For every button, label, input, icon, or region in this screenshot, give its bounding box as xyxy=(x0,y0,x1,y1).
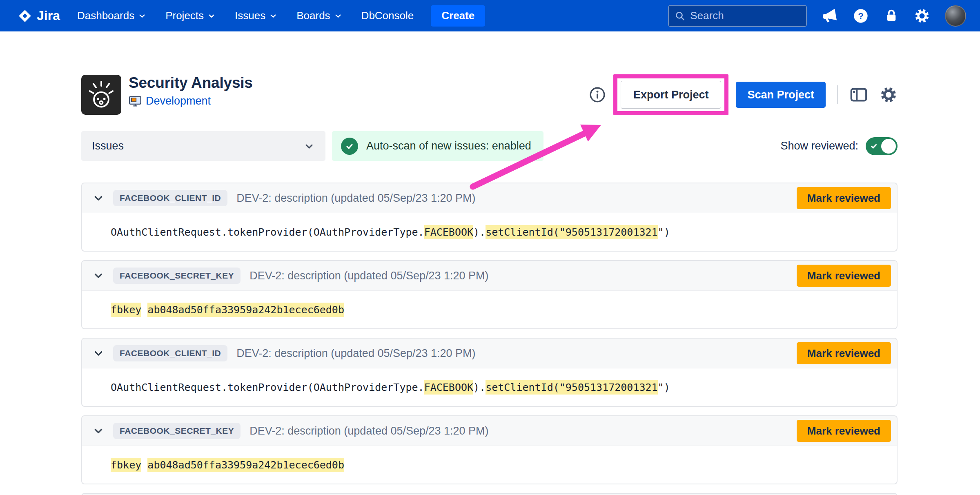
issue-code-snippet: fbkey ab048ad50ffa33959a242b1ecec6ed0b xyxy=(111,459,344,471)
chevron-down-icon xyxy=(334,11,343,20)
chevron-down-icon xyxy=(269,11,278,20)
issue-card-body: OAuthClientRequest.tokenProvider(OAuthPr… xyxy=(82,368,897,406)
issue-card-body: fbkey ab048ad50ffa33959a242b1ecec6ed0b xyxy=(82,446,897,484)
main-nav: Dashboards Projects Issues Boards DbCons… xyxy=(77,9,414,22)
issue-type-badge: FACEBOOK_SECRET_KEY xyxy=(113,268,241,284)
filter-value: Issues xyxy=(92,140,124,152)
jira-logo[interactable]: Jira xyxy=(18,8,60,23)
issue-type-badge: FACEBOOK_CLIENT_ID xyxy=(113,190,227,206)
toggle-check-icon xyxy=(869,142,878,151)
header-divider xyxy=(837,85,838,104)
issue-card-partial xyxy=(81,493,898,495)
nav-item-projects-label: Projects xyxy=(165,9,204,22)
chevron-down-icon xyxy=(303,140,315,152)
autoscan-banner-text: Auto-scan of new issues: enabled xyxy=(366,140,531,152)
page-title: Security Analysis xyxy=(129,74,253,91)
issues-list: FACEBOOK_CLIENT_ID DEV-2: description (u… xyxy=(81,183,898,493)
autoscan-banner: Auto-scan of new issues: enabled xyxy=(332,131,543,161)
nav-item-issues[interactable]: Issues xyxy=(235,9,278,22)
issue-title: DEV-2: description (updated 05/Sep/23 1:… xyxy=(236,192,788,205)
mark-reviewed-button[interactable]: Mark reviewed xyxy=(797,342,891,364)
details-panel-button[interactable] xyxy=(849,85,868,104)
nav-item-boards-label: Boards xyxy=(296,9,330,22)
issue-title: DEV-2: description (updated 05/Sep/23 1:… xyxy=(249,425,788,437)
gear-icon xyxy=(880,86,898,104)
announcements-button[interactable] xyxy=(822,8,838,24)
mark-reviewed-button[interactable]: Mark reviewed xyxy=(797,187,891,209)
issue-code-snippet: OAuthClientRequest.tokenProvider(OAuthPr… xyxy=(111,381,670,393)
issue-card: FACEBOOK_SECRET_KEY DEV-2: description (… xyxy=(81,260,898,329)
project-settings-button[interactable] xyxy=(880,86,898,104)
issue-card: FACEBOOK_SECRET_KEY DEV-2: description (… xyxy=(81,415,898,484)
details-panel-icon xyxy=(849,85,868,104)
jira-logo-text: Jira xyxy=(37,8,60,23)
show-reviewed-label: Show reviewed: xyxy=(780,140,858,152)
search-box[interactable] xyxy=(668,5,807,27)
scan-project-button[interactable]: Scan Project xyxy=(736,82,826,108)
issue-card: FACEBOOK_CLIENT_ID DEV-2: description (u… xyxy=(81,338,898,407)
collapse-chevron-icon[interactable] xyxy=(93,192,104,204)
permissions-button[interactable] xyxy=(884,8,899,24)
project-header: Security Analysis Development Export Pro… xyxy=(81,74,898,115)
issue-card-header: FACEBOOK_SECRET_KEY DEV-2: description (… xyxy=(82,261,897,291)
page: Jira Dashboards Projects Issues Boards xyxy=(0,0,980,495)
issue-type-badge: FACEBOOK_SECRET_KEY xyxy=(113,423,241,439)
toggle-knob xyxy=(881,139,896,154)
show-reviewed-toggle[interactable] xyxy=(866,137,898,155)
nav-item-boards[interactable]: Boards xyxy=(296,9,342,22)
nav-item-dbconsole[interactable]: DbConsole xyxy=(361,9,414,22)
collapse-chevron-icon[interactable] xyxy=(93,270,104,281)
issue-code-snippet: OAuthClientRequest.tokenProvider(OAuthPr… xyxy=(111,226,670,238)
project-avatar xyxy=(81,75,121,115)
issue-card-body: fbkey ab048ad50ffa33959a242b1ecec6ed0b xyxy=(82,291,897,328)
project-avatar-icon xyxy=(85,78,118,111)
mark-reviewed-button[interactable]: Mark reviewed xyxy=(797,420,891,442)
gear-icon xyxy=(914,8,930,24)
export-project-button[interactable]: Export Project xyxy=(621,81,722,109)
nav-item-dashboards-label: Dashboards xyxy=(77,9,134,22)
jira-logo-icon xyxy=(18,9,32,23)
svg-text:?: ? xyxy=(858,11,864,21)
issue-card-header: FACEBOOK_SECRET_KEY DEV-2: description (… xyxy=(82,416,897,446)
mark-reviewed-button[interactable]: Mark reviewed xyxy=(797,265,891,287)
controls-row: Issues Auto-scan of new issues: enabled … xyxy=(81,131,898,161)
issue-card: FACEBOOK_CLIENT_ID DEV-2: description (u… xyxy=(81,183,898,252)
nav-item-dbconsole-label: DbConsole xyxy=(361,9,414,22)
issue-card-header: FACEBOOK_CLIENT_ID DEV-2: description (u… xyxy=(82,339,897,368)
chevron-down-icon xyxy=(138,11,147,20)
lock-icon xyxy=(884,8,899,24)
issue-title: DEV-2: description (updated 05/Sep/23 1:… xyxy=(236,347,788,360)
collapse-chevron-icon[interactable] xyxy=(93,425,104,437)
help-button[interactable]: ? xyxy=(853,8,869,24)
project-category-link[interactable]: Development xyxy=(146,95,211,107)
check-circle-icon xyxy=(341,138,358,155)
info-icon xyxy=(589,86,606,103)
settings-button[interactable] xyxy=(914,8,930,24)
user-avatar[interactable] xyxy=(945,5,966,27)
issue-card-header: FACEBOOK_CLIENT_ID DEV-2: description (u… xyxy=(82,183,897,213)
nav-item-issues-label: Issues xyxy=(235,9,265,22)
top-navbar: Jira Dashboards Projects Issues Boards xyxy=(0,0,980,31)
help-icon: ? xyxy=(853,8,869,24)
nav-item-projects[interactable]: Projects xyxy=(165,9,216,22)
issue-title: DEV-2: description (updated 05/Sep/23 1:… xyxy=(249,270,788,282)
chevron-down-icon xyxy=(207,11,216,20)
nav-item-dashboards[interactable]: Dashboards xyxy=(77,9,147,22)
issue-code-snippet: fbkey ab048ad50ffa33959a242b1ecec6ed0b xyxy=(111,304,344,316)
issue-type-badge: FACEBOOK_CLIENT_ID xyxy=(113,345,227,361)
collapse-chevron-icon[interactable] xyxy=(93,348,104,359)
search-icon xyxy=(675,10,685,22)
development-icon xyxy=(129,96,142,107)
info-button[interactable] xyxy=(589,86,606,103)
issues-filter-dropdown[interactable]: Issues xyxy=(81,131,325,161)
megaphone-icon xyxy=(822,8,838,24)
search-input[interactable] xyxy=(690,9,800,22)
create-button[interactable]: Create xyxy=(431,5,485,27)
issue-card-body: OAuthClientRequest.tokenProvider(OAuthPr… xyxy=(82,213,897,251)
